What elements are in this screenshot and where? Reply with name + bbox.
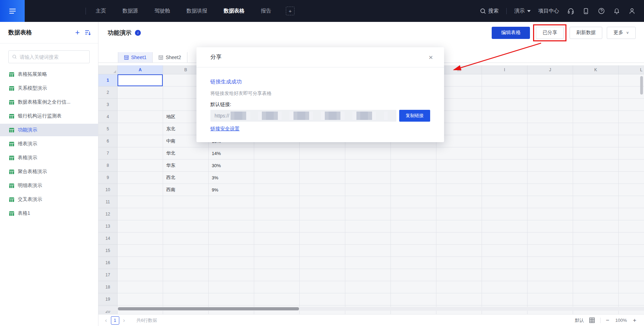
cell-K1[interactable] <box>573 74 619 87</box>
cell-B12[interactable] <box>163 208 209 220</box>
horizontal-scrollbar[interactable] <box>118 307 299 310</box>
refresh-data-button[interactable]: 刷新数据 <box>570 27 602 39</box>
cell-E10[interactable] <box>300 184 345 196</box>
cell-K8[interactable] <box>573 160 619 172</box>
cell-B18[interactable] <box>163 281 209 293</box>
cell-I10[interactable] <box>482 184 528 196</box>
cell-L4[interactable] <box>619 111 644 123</box>
cell-H16[interactable] <box>436 257 482 269</box>
support-headset-button[interactable] <box>567 7 574 15</box>
cell-E12[interactable] <box>300 208 345 220</box>
cell-A6[interactable] <box>118 135 163 147</box>
cell-E16[interactable] <box>300 257 345 269</box>
cell-L3[interactable] <box>619 99 644 111</box>
current-page-indicator[interactable]: 1 <box>111 316 119 325</box>
cell-B7[interactable]: 华北 <box>163 147 209 160</box>
row-header-2[interactable]: 2 <box>98 87 118 99</box>
cell-A18[interactable] <box>118 281 163 293</box>
row-header-14[interactable]: 14 <box>98 233 118 245</box>
cell-E13[interactable] <box>300 220 345 233</box>
cell-C19[interactable] <box>209 293 254 305</box>
project-center-link[interactable]: 项目中心 <box>538 8 559 14</box>
cell-I6[interactable] <box>482 135 528 147</box>
cell-L18[interactable] <box>619 281 644 293</box>
nav-item-报告[interactable]: 报告 <box>261 8 271 14</box>
cell-G10[interactable] <box>391 184 436 196</box>
cell-A4[interactable] <box>118 111 163 123</box>
row-header-8[interactable]: 8 <box>98 160 118 172</box>
shared-button[interactable]: 已分享 <box>536 27 564 39</box>
cell-J5[interactable] <box>528 123 573 135</box>
cell-I12[interactable] <box>482 208 528 220</box>
cell-K17[interactable] <box>573 269 619 281</box>
add-module-button[interactable]: + <box>286 7 295 15</box>
row-header-11[interactable]: 11 <box>98 196 118 208</box>
cell-F17[interactable] <box>345 269 391 281</box>
cell-G8[interactable] <box>391 160 436 172</box>
cell-C12[interactable] <box>209 208 254 220</box>
more-button[interactable]: 更多 ∨ <box>607 27 636 39</box>
cell-D18[interactable] <box>254 281 300 293</box>
cell-H11[interactable] <box>436 196 482 208</box>
cell-J13[interactable] <box>528 220 573 233</box>
column-header-A[interactable]: A <box>118 65 163 74</box>
sidebar-item-关系模型演示[interactable]: 关系模型演示 <box>0 82 98 95</box>
cell-L17[interactable] <box>619 269 644 281</box>
row-header-17[interactable]: 17 <box>98 269 118 281</box>
cell-C8[interactable]: 30% <box>209 160 254 172</box>
cell-J8[interactable] <box>528 160 573 172</box>
cell-J6[interactable] <box>528 135 573 147</box>
cell-K14[interactable] <box>573 233 619 245</box>
cell-K5[interactable] <box>573 123 619 135</box>
cell-E11[interactable] <box>300 196 345 208</box>
cell-I16[interactable] <box>482 257 528 269</box>
cell-D8[interactable] <box>254 160 300 172</box>
sidebar-item-银行机构运行监测表[interactable]: 银行机构运行监测表 <box>0 110 98 122</box>
cell-I17[interactable] <box>482 269 528 281</box>
cell-H19[interactable] <box>436 293 482 305</box>
cell-D12[interactable] <box>254 208 300 220</box>
cell-J19[interactable] <box>528 293 573 305</box>
cell-D7[interactable] <box>254 147 300 160</box>
row-header-9[interactable]: 9 <box>98 172 118 184</box>
close-icon[interactable]: × <box>429 54 433 61</box>
cell-L10[interactable] <box>619 184 644 196</box>
cell-F15[interactable] <box>345 245 391 257</box>
column-header-L[interactable]: L <box>619 65 644 74</box>
sort-list-icon[interactable] <box>84 29 91 36</box>
sidebar-item-维表演示[interactable]: 维表演示 <box>0 138 98 150</box>
cell-H10[interactable] <box>436 184 482 196</box>
cell-I18[interactable] <box>482 281 528 293</box>
nav-item-主页[interactable]: 主页 <box>96 8 106 14</box>
cell-C11[interactable] <box>209 196 254 208</box>
row-header-6[interactable]: 6 <box>98 135 118 147</box>
cell-C7[interactable]: 14% <box>209 147 254 160</box>
cell-L16[interactable] <box>619 257 644 269</box>
cell-H17[interactable] <box>436 269 482 281</box>
help-button[interactable] <box>597 7 605 15</box>
cell-K13[interactable] <box>573 220 619 233</box>
next-page-button[interactable]: › <box>121 317 128 324</box>
sidebar-item-交叉表演示[interactable]: 交叉表演示 <box>0 193 98 206</box>
cell-K2[interactable] <box>573 87 619 99</box>
cell-B8[interactable]: 华东 <box>163 160 209 172</box>
cell-B10[interactable]: 西南 <box>163 184 209 196</box>
cell-B14[interactable] <box>163 233 209 245</box>
mobile-app-button[interactable] <box>582 7 590 15</box>
cell-J15[interactable] <box>528 245 573 257</box>
cell-G19[interactable] <box>391 293 436 305</box>
notifications-button[interactable] <box>613 7 620 15</box>
sidebar-item-数据表格案例之全行信...[interactable]: 数据表格案例之全行信... <box>0 96 98 108</box>
cell-J14[interactable] <box>528 233 573 245</box>
cell-I14[interactable] <box>482 233 528 245</box>
cell-B17[interactable] <box>163 269 209 281</box>
cell-A17[interactable] <box>118 269 163 281</box>
cell-F12[interactable] <box>345 208 391 220</box>
copy-link-button[interactable]: 复制链接 <box>399 110 430 122</box>
cell-C17[interactable] <box>209 269 254 281</box>
cell-A11[interactable] <box>118 196 163 208</box>
cell-A1[interactable] <box>118 74 163 87</box>
cell-K3[interactable] <box>573 99 619 111</box>
cell-L19[interactable] <box>619 293 644 305</box>
cell-J7[interactable] <box>528 147 573 160</box>
